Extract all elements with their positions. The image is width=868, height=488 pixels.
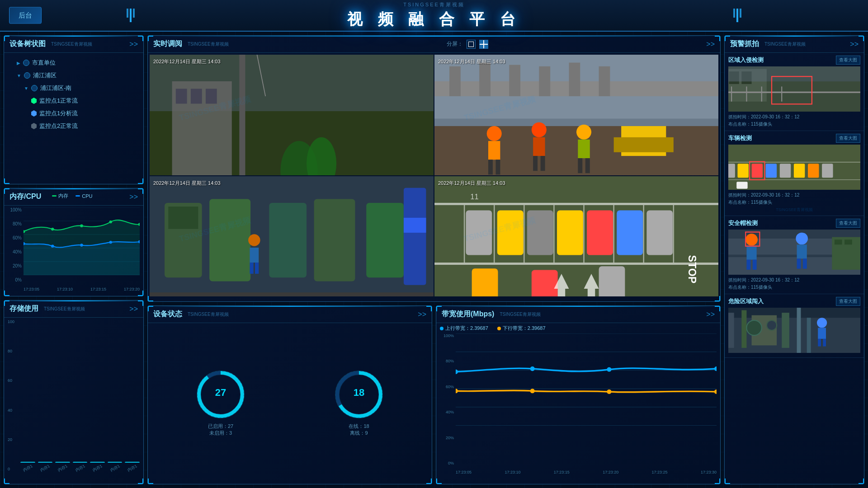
bw-y-0: 0% [440,461,454,465]
video-bg-1: TSINGSEE青犀视频 [150,55,434,175]
yaxis-80: 80% [8,221,22,226]
video-cell-4[interactable]: 2022年12月14日 星期三 14:03 [434,176,718,297]
svg-rect-86 [587,210,613,255]
alert-view-btn-3[interactable]: 查看大图 [836,219,860,228]
svg-rect-128 [728,92,860,93]
svg-point-171 [746,320,761,335]
mem-cpu-more[interactable]: >> [129,193,138,201]
svg-rect-174 [807,318,811,353]
alert-camera-name-2: 布点名称：115摄像头 [728,199,860,206]
bar-7-fill [125,462,140,463]
bar-3: 内存1 [55,462,70,471]
tree-arrow-south: ▼ [24,86,28,91]
sy-100: 100 [8,319,20,324]
svg-rect-66 [250,248,259,263]
yaxis-40: 40% [8,249,22,254]
split-2x2-btn[interactable] [479,40,488,49]
xaxis-2: 17:23:10 [57,287,73,291]
factory-svg [150,176,434,297]
bar-2-fill [38,462,53,463]
svg-rect-84 [527,210,553,255]
tree-item-pujiang[interactable]: ▼ 浦江浦区 [8,69,140,82]
bw-y-60: 60% [440,385,454,389]
donut-online-svg: 18 [334,370,384,419]
bar-4: 内存1 [73,462,88,471]
bw-svg [456,333,717,426]
right-column: 预警抓拍 TSINGSEE青犀视频 >> 区域入侵检测 查看大图 [724,35,864,484]
tree-item-pujiang-south[interactable]: ▼ 浦江浦区-南 [8,82,140,94]
bottom-center: 设备状态 TSINGSEE青犀视频 >> [147,305,721,484]
mem-cpu-chart: 100% 80% 60% 40% 20% 0% [4,206,143,295]
video-cell-3[interactable]: 2022年12月14日 星期三 14:03 [150,176,434,297]
bw-x-3: 17:23:15 [554,470,570,474]
svg-rect-45 [541,156,545,171]
deco-bar-1 [127,9,128,18]
video-cell-2[interactable]: 2022年12月14日 星期三 14:03 [434,55,718,175]
device-status-more[interactable]: >> [418,310,426,319]
bar-1-label: 内存1 [22,463,33,474]
svg-rect-23 [191,89,202,103]
header-title: 视 频 融 合 平 台 [347,9,520,30]
alert-item-3-header: 安全帽检测 查看大图 [728,219,860,228]
deco-bar-r2 [736,9,738,22]
bar-4-label: 内存1 [74,463,86,474]
bw-y-80: 80% [440,359,454,363]
svg-rect-64 [366,202,404,277]
svg-rect-142 [766,164,777,178]
alert-view-btn-2[interactable]: 查看大图 [836,134,860,143]
svg-rect-146 [822,164,833,178]
tree-label-monitor1: 监控点1正常流 [39,97,78,105]
deco-bar-3 [133,9,135,18]
back-button[interactable]: 后台 [9,7,42,24]
svg-rect-31 [449,66,461,96]
tree-label-city: 市直单位 [32,59,56,67]
device-status-content: 27 已启用：27 未启用：3 [148,323,432,483]
bw-x-6: 17:23:30 [701,470,717,474]
alert-view-btn-1[interactable]: 查看大图 [836,56,860,65]
alert-info-3: 抓拍时间：2022-09-30 16：32：12 布点名称：115摄像头 [728,277,860,291]
city-icon [23,60,29,66]
tree-item-city[interactable]: ▶ 市直单位 [8,56,140,69]
bw-x-5: 17:23:25 [652,470,668,474]
donut-active-svg: 27 [196,370,245,419]
video-cell-1[interactable]: 2022年12月14日 星期三 14:03 [150,55,434,175]
sy-0: 0 [8,467,20,471]
bar-6: 内存1 [108,462,123,471]
svg-rect-90 [532,270,558,296]
svg-rect-85 [557,210,583,255]
storage-yaxis: 0 20 40 60 80 100 [8,319,20,479]
alert-more[interactable]: >> [850,40,859,48]
bandwidth-more[interactable]: >> [706,310,715,319]
device-tree-more[interactable]: >> [129,40,138,48]
storage-more[interactable]: >> [129,305,138,313]
video-timestamp-3: 2022年12月14日 星期三 14:03 [153,180,221,187]
bar-7: 内存1 [125,462,140,471]
alert-img-2 [728,145,860,190]
svg-point-46 [576,125,591,140]
alert-item-3: 安全帽检测 查看大图 [725,216,864,294]
svg-rect-82 [466,210,492,255]
svg-rect-141 [752,164,763,178]
tree-item-monitor2-normal[interactable]: 监控点2正常流 [8,120,140,132]
alert-list: 区域入侵检测 查看大图 [725,53,864,483]
alert-view-btn-4[interactable]: 查看大图 [836,297,860,306]
alert-info-1: 抓拍时间：2022-09-30 16：32：12 布点名称：115摄像头 [728,113,860,128]
svg-rect-32 [479,63,491,96]
svg-point-120 [530,389,535,393]
video-bg-2: TSINGSEE青犀视频 [434,55,718,175]
shield-active-icon [31,98,37,104]
tree-item-monitor1-analysis[interactable]: 监控点1分析流 [8,107,140,120]
header-deco-left [127,9,135,22]
bw-x-4: 17:23:20 [603,470,618,474]
svg-rect-91 [599,266,625,296]
alert-camera-name-1: 布点名称：115摄像头 [728,121,860,128]
video-title: 实时调阅 [153,39,182,49]
yaxis-20: 20% [8,263,22,268]
svg-rect-73 [434,263,718,265]
svg-point-157 [796,233,808,245]
split-1x1-btn[interactable] [467,40,476,49]
tree-item-monitor1-normal[interactable]: 监控点1正常流 [8,94,140,107]
svg-rect-177 [818,339,821,347]
video-more[interactable]: >> [706,40,715,48]
svg-point-117 [607,367,611,372]
